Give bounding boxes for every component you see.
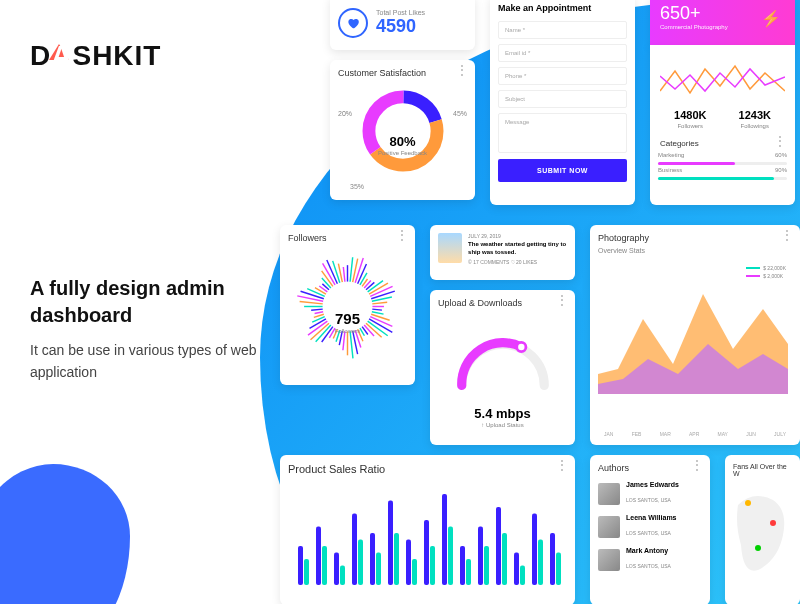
svg-line-17 [372, 302, 387, 304]
card-title: Product Sales Ratio [288, 463, 567, 475]
svg-rect-65 [304, 559, 309, 585]
svg-rect-67 [322, 546, 327, 585]
svg-rect-70 [352, 514, 357, 586]
svg-rect-88 [514, 553, 519, 586]
map-dot [770, 520, 776, 526]
more-icon[interactable] [691, 463, 702, 467]
bar-pct: 60% [775, 152, 787, 158]
donut-center-value: 80% [389, 134, 415, 149]
avatar [598, 549, 620, 571]
post-meta: © 17 COMMENTS ♡ 20 LIKES [468, 259, 567, 265]
svg-rect-73 [376, 553, 381, 586]
svg-line-34 [343, 331, 345, 350]
chart-legend: $ 22,000K $ 2,000K [746, 265, 786, 281]
svg-line-4 [350, 257, 353, 281]
submit-button[interactable]: SUBMIT NOW [498, 159, 627, 182]
author-name: Leena Williams [626, 514, 677, 521]
customer-satisfaction-card: Customer Satisfaction 80% Positive Feedb… [330, 60, 475, 200]
likes-label: Total Post Likes [376, 9, 425, 16]
logo-triangle: A [51, 40, 72, 72]
area-chart [598, 264, 788, 404]
tagline-sub: It can be use in various types of web ap… [30, 339, 260, 384]
fans-map-card: Fans All Over the W [725, 455, 800, 604]
author-item[interactable]: Leena WilliamsLOS SANTOS, USA [598, 514, 702, 539]
total-likes-card: Total Post Likes 4590 [330, 0, 475, 50]
stats-card: 1480KFollowers 1243KFollowings Categorie… [650, 45, 795, 205]
tagline-heading: A fully design admin dashboard [30, 275, 260, 329]
more-icon[interactable] [556, 298, 567, 302]
author-name: Mark Antony [626, 547, 671, 554]
author-loc: LOS SANTOS, USA [626, 530, 671, 536]
card-title: Photography [598, 233, 792, 243]
card-title: Followers [288, 233, 407, 243]
upload-card: Upload & Downloads 5.4 mbps↑ Upload Stat… [430, 290, 575, 445]
author-item[interactable]: James EdwardsLOS SANTOS, USA [598, 481, 702, 506]
svg-rect-78 [424, 520, 429, 585]
more-icon[interactable] [774, 139, 785, 148]
card-title: Upload & Downloads [438, 298, 567, 308]
author-loc: LOS SANTOS, USA [626, 563, 671, 569]
subject-field[interactable]: Subject [498, 90, 627, 108]
donut-pct: 45% [453, 110, 467, 117]
card-title: Customer Satisfaction [338, 68, 467, 78]
sparkline-chart [660, 61, 785, 101]
tagline: A fully design admin dashboard It can be… [30, 275, 260, 384]
svg-rect-76 [406, 540, 411, 586]
message-field[interactable]: Message [498, 113, 627, 153]
followings-value: 1243K [739, 109, 771, 121]
card-title: Fans All Over the W [733, 463, 792, 477]
svg-rect-81 [448, 527, 453, 586]
bar-pct: 90% [775, 167, 787, 173]
svg-rect-84 [478, 527, 483, 586]
bar-label: Business [658, 167, 682, 173]
world-map [733, 485, 793, 595]
more-icon[interactable] [396, 233, 407, 237]
donut-chart [358, 86, 448, 176]
more-icon[interactable] [781, 233, 792, 237]
more-icon[interactable] [456, 68, 467, 72]
svg-rect-75 [394, 533, 399, 585]
svg-rect-82 [460, 546, 465, 585]
svg-line-32 [350, 331, 353, 358]
bar-label: Marketing [658, 152, 684, 158]
categories-title: Categories [660, 139, 699, 148]
post-headline: The weather started getting tiny to ship… [468, 241, 567, 257]
svg-rect-66 [316, 527, 321, 586]
product-sales-card: Product Sales Ratio [280, 455, 575, 604]
followers-card: Followers 795Followers [280, 225, 415, 385]
svg-rect-89 [520, 566, 525, 586]
post-card[interactable]: JULY 29, 2019 The weather started gettin… [430, 225, 575, 280]
svg-point-63 [516, 342, 525, 351]
followings-label: Followings [739, 123, 771, 129]
svg-rect-92 [550, 533, 555, 585]
svg-rect-87 [502, 533, 507, 585]
email-field[interactable]: Email id * [498, 44, 627, 62]
author-item[interactable]: Mark AntonyLOS SANTOS, USA [598, 547, 702, 572]
author-loc: LOS SANTOS, USA [626, 497, 671, 503]
phone-field[interactable]: Phone * [498, 67, 627, 85]
bolt-icon: ⚡ [761, 9, 781, 28]
svg-rect-64 [298, 546, 303, 585]
svg-rect-69 [340, 566, 345, 586]
svg-rect-85 [484, 546, 489, 585]
post-date: JULY 29, 2019 [468, 233, 567, 239]
svg-rect-79 [430, 546, 435, 585]
donut-pct: 20% [338, 110, 352, 117]
x-axis-labels: JANFEBMARAPRMAYJUNJULY [604, 431, 786, 437]
gauge-label: ↑ Upload Status [438, 422, 567, 428]
name-field[interactable]: Name * [498, 21, 627, 39]
followers-value: 1480K [674, 109, 706, 121]
decorative-blob [0, 464, 130, 604]
map-dot [755, 545, 761, 551]
map-dot [745, 500, 751, 506]
photography-header: 650+ Commercial Photography ⚡ [650, 0, 795, 45]
logo-text: SHKIT [72, 40, 161, 71]
followers-sublabel: Followers [280, 328, 415, 334]
svg-rect-90 [532, 514, 537, 586]
svg-line-62 [343, 267, 345, 282]
donut-pct: 35% [350, 183, 364, 190]
more-icon[interactable] [556, 463, 567, 467]
svg-rect-74 [388, 501, 393, 586]
appointment-card: Make an Appointment Name * Email id * Ph… [490, 0, 635, 205]
svg-rect-71 [358, 540, 363, 586]
